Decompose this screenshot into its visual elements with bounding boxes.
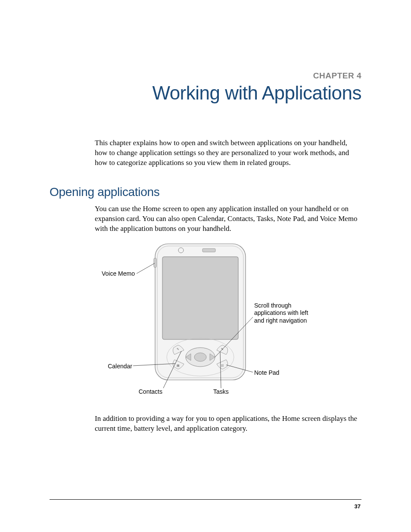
page-number: 37 <box>355 503 361 510</box>
svg-text:✎: ✎ <box>221 348 224 351</box>
section-paragraph-1: You can use the Home screen to open any … <box>95 204 361 234</box>
svg-rect-5 <box>162 257 238 339</box>
document-page: CHAPTER 4 Working with Applications This… <box>0 0 411 434</box>
footer-rule <box>50 499 361 500</box>
callout-note-pad: Note Pad <box>254 369 289 377</box>
svg-text:✎: ✎ <box>177 348 179 351</box>
svg-line-13 <box>137 263 155 274</box>
svg-text:☷: ☷ <box>221 364 224 367</box>
callout-voice-memo: Voice Memo <box>96 270 135 278</box>
svg-rect-3 <box>202 249 215 252</box>
callout-scroll-nav: Scroll through applications with left an… <box>254 302 310 325</box>
callout-calendar: Calendar <box>98 363 132 370</box>
section-paragraph-2: In addition to providing a way for you t… <box>95 414 361 434</box>
callout-contacts: Contacts <box>127 388 162 396</box>
chapter-label: CHAPTER 4 <box>50 71 361 81</box>
section-heading: Opening applications <box>50 185 361 199</box>
intro-paragraph: This chapter explains how to open and sw… <box>95 138 361 168</box>
callout-tasks: Tasks <box>213 388 239 396</box>
svg-point-8 <box>194 353 206 361</box>
chapter-title: Working with Applications <box>50 82 361 104</box>
svg-rect-4 <box>154 258 156 268</box>
handheld-figure: Voice Memo Scroll through applications w… <box>50 242 361 401</box>
svg-text:▤: ▤ <box>177 364 180 367</box>
handheld-device-illustration: ✎ ✎ ▤ ☷ <box>153 242 248 384</box>
